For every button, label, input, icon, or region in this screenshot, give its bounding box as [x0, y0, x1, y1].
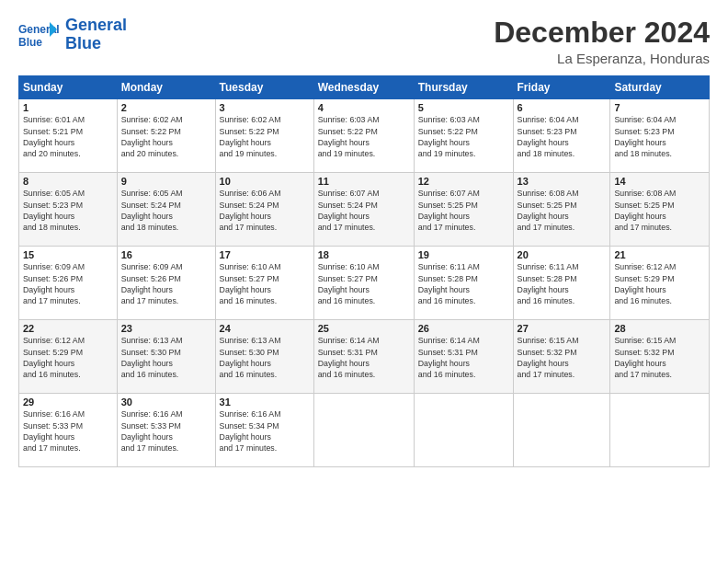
day-info: Sunrise: 6:10 AMSunset: 5:27 PMDaylight … — [318, 262, 380, 305]
day-info: Sunrise: 6:02 AMSunset: 5:22 PMDaylight … — [220, 115, 281, 158]
day-number: 23 — [121, 323, 211, 334]
day-info: Sunrise: 6:16 AMSunset: 5:33 PMDaylight … — [121, 409, 183, 453]
month-title: December 2024 — [494, 17, 710, 49]
day-number: 22 — [23, 323, 113, 334]
day-number: 8 — [23, 176, 113, 187]
day-number: 6 — [518, 102, 607, 113]
day-info: Sunrise: 6:03 AMSunset: 5:22 PMDaylight … — [318, 115, 380, 158]
day-info: Sunrise: 6:09 AMSunset: 5:26 PMDaylight … — [23, 262, 85, 305]
table-row: 25 Sunrise: 6:14 AMSunset: 5:31 PMDaylig… — [313, 320, 414, 394]
day-info: Sunrise: 6:07 AMSunset: 5:24 PMDaylight … — [318, 189, 380, 232]
day-info: Sunrise: 6:08 AMSunset: 5:25 PMDaylight … — [518, 189, 579, 232]
day-number: 11 — [318, 176, 410, 187]
day-info: Sunrise: 6:12 AMSunset: 5:29 PMDaylight … — [614, 262, 676, 305]
col-tuesday: Tuesday — [215, 76, 313, 99]
day-info: Sunrise: 6:07 AMSunset: 5:25 PMDaylight … — [418, 189, 480, 232]
day-number: 14 — [614, 176, 705, 187]
table-row: 7 Sunrise: 6:04 AMSunset: 5:23 PMDayligh… — [610, 99, 710, 173]
calendar-week-row: 1 Sunrise: 6:01 AMSunset: 5:21 PMDayligh… — [19, 99, 710, 173]
day-number: 30 — [121, 396, 211, 408]
table-row: 30 Sunrise: 6:16 AMSunset: 5:33 PMDaylig… — [117, 394, 215, 467]
table-row: 3 Sunrise: 6:02 AMSunset: 5:22 PMDayligh… — [215, 99, 313, 173]
table-row: 6 Sunrise: 6:04 AMSunset: 5:23 PMDayligh… — [513, 99, 610, 173]
day-info: Sunrise: 6:11 AMSunset: 5:28 PMDaylight … — [518, 262, 579, 305]
day-number: 20 — [518, 249, 607, 260]
day-number: 13 — [518, 176, 607, 187]
table-row: 12 Sunrise: 6:07 AMSunset: 5:25 PMDaylig… — [414, 173, 513, 247]
table-row — [313, 394, 414, 467]
table-row: 27 Sunrise: 6:15 AMSunset: 5:32 PMDaylig… — [513, 320, 610, 394]
table-row: 17 Sunrise: 6:10 AMSunset: 5:27 PMDaylig… — [215, 247, 313, 320]
svg-text:Blue: Blue — [18, 36, 42, 49]
table-row — [414, 394, 513, 467]
day-info: Sunrise: 6:05 AMSunset: 5:23 PMDaylight … — [23, 189, 85, 232]
day-number: 27 — [518, 323, 607, 334]
calendar-table: Sunday Monday Tuesday Wednesday Thursday… — [18, 75, 710, 467]
day-info: Sunrise: 6:15 AMSunset: 5:32 PMDaylight … — [614, 336, 676, 379]
table-row: 14 Sunrise: 6:08 AMSunset: 5:25 PMDaylig… — [610, 173, 710, 247]
table-row: 10 Sunrise: 6:06 AMSunset: 5:24 PMDaylig… — [215, 173, 313, 247]
day-info: Sunrise: 6:15 AMSunset: 5:32 PMDaylight … — [518, 336, 579, 379]
day-number: 10 — [220, 176, 310, 187]
day-number: 29 — [23, 396, 113, 408]
day-number: 9 — [121, 176, 211, 187]
day-number: 17 — [220, 249, 310, 260]
day-info: Sunrise: 6:03 AMSunset: 5:22 PMDaylight … — [418, 115, 480, 158]
table-row: 23 Sunrise: 6:13 AMSunset: 5:30 PMDaylig… — [117, 320, 215, 394]
calendar-week-row: 22 Sunrise: 6:12 AMSunset: 5:29 PMDaylig… — [19, 320, 710, 394]
day-number: 24 — [220, 323, 310, 334]
logo: General Blue General Blue — [18, 17, 127, 53]
col-friday: Friday — [513, 76, 610, 99]
day-info: Sunrise: 6:12 AMSunset: 5:29 PMDaylight … — [23, 336, 85, 379]
table-row: 22 Sunrise: 6:12 AMSunset: 5:29 PMDaylig… — [19, 320, 118, 394]
day-number: 4 — [318, 102, 410, 113]
table-row: 21 Sunrise: 6:12 AMSunset: 5:29 PMDaylig… — [610, 247, 710, 320]
logo-icon: General Blue — [18, 21, 60, 49]
table-row: 2 Sunrise: 6:02 AMSunset: 5:22 PMDayligh… — [117, 99, 215, 173]
col-monday: Monday — [117, 76, 215, 99]
day-info: Sunrise: 6:05 AMSunset: 5:24 PMDaylight … — [121, 189, 183, 232]
col-thursday: Thursday — [414, 76, 513, 99]
day-info: Sunrise: 6:04 AMSunset: 5:23 PMDaylight … — [614, 115, 676, 158]
day-number: 19 — [418, 249, 509, 260]
day-number: 26 — [418, 323, 509, 334]
table-row: 28 Sunrise: 6:15 AMSunset: 5:32 PMDaylig… — [610, 320, 710, 394]
day-number: 21 — [614, 249, 705, 260]
table-row: 15 Sunrise: 6:09 AMSunset: 5:26 PMDaylig… — [19, 247, 118, 320]
day-number: 28 — [614, 323, 705, 334]
day-info: Sunrise: 6:14 AMSunset: 5:31 PMDaylight … — [418, 336, 480, 379]
day-number: 25 — [318, 323, 410, 334]
day-info: Sunrise: 6:13 AMSunset: 5:30 PMDaylight … — [220, 336, 281, 379]
day-number: 12 — [418, 176, 509, 187]
table-row: 16 Sunrise: 6:09 AMSunset: 5:26 PMDaylig… — [117, 247, 215, 320]
day-info: Sunrise: 6:10 AMSunset: 5:27 PMDaylight … — [220, 262, 281, 305]
day-number: 15 — [23, 249, 113, 260]
table-row — [610, 394, 710, 467]
day-number: 3 — [220, 102, 310, 113]
logo-line2: Blue — [65, 34, 101, 52]
day-info: Sunrise: 6:08 AMSunset: 5:25 PMDaylight … — [614, 189, 676, 232]
day-number: 18 — [318, 249, 410, 260]
day-number: 1 — [23, 102, 113, 113]
calendar-week-row: 29 Sunrise: 6:16 AMSunset: 5:33 PMDaylig… — [19, 394, 710, 467]
day-info: Sunrise: 6:16 AMSunset: 5:34 PMDaylight … — [220, 409, 281, 453]
day-info: Sunrise: 6:13 AMSunset: 5:30 PMDaylight … — [121, 336, 183, 379]
day-info: Sunrise: 6:06 AMSunset: 5:24 PMDaylight … — [220, 189, 281, 232]
table-row: 5 Sunrise: 6:03 AMSunset: 5:22 PMDayligh… — [414, 99, 513, 173]
day-info: Sunrise: 6:16 AMSunset: 5:33 PMDaylight … — [23, 409, 85, 453]
table-row: 13 Sunrise: 6:08 AMSunset: 5:25 PMDaylig… — [513, 173, 610, 247]
logo-text: General Blue — [65, 17, 127, 53]
page: General Blue General Blue December 2024 … — [0, 0, 728, 563]
calendar-week-row: 8 Sunrise: 6:05 AMSunset: 5:23 PMDayligh… — [19, 173, 710, 247]
table-row: 20 Sunrise: 6:11 AMSunset: 5:28 PMDaylig… — [513, 247, 610, 320]
table-row: 8 Sunrise: 6:05 AMSunset: 5:23 PMDayligh… — [19, 173, 118, 247]
table-row: 29 Sunrise: 6:16 AMSunset: 5:33 PMDaylig… — [19, 394, 118, 467]
table-row: 4 Sunrise: 6:03 AMSunset: 5:22 PMDayligh… — [313, 99, 414, 173]
title-block: December 2024 La Esperanza, Honduras — [494, 17, 710, 66]
day-number: 7 — [614, 102, 705, 113]
day-info: Sunrise: 6:11 AMSunset: 5:28 PMDaylight … — [418, 262, 480, 305]
day-number: 2 — [121, 102, 211, 113]
table-row: 1 Sunrise: 6:01 AMSunset: 5:21 PMDayligh… — [19, 99, 118, 173]
calendar-header-row: Sunday Monday Tuesday Wednesday Thursday… — [19, 76, 710, 99]
table-row: 24 Sunrise: 6:13 AMSunset: 5:30 PMDaylig… — [215, 320, 313, 394]
